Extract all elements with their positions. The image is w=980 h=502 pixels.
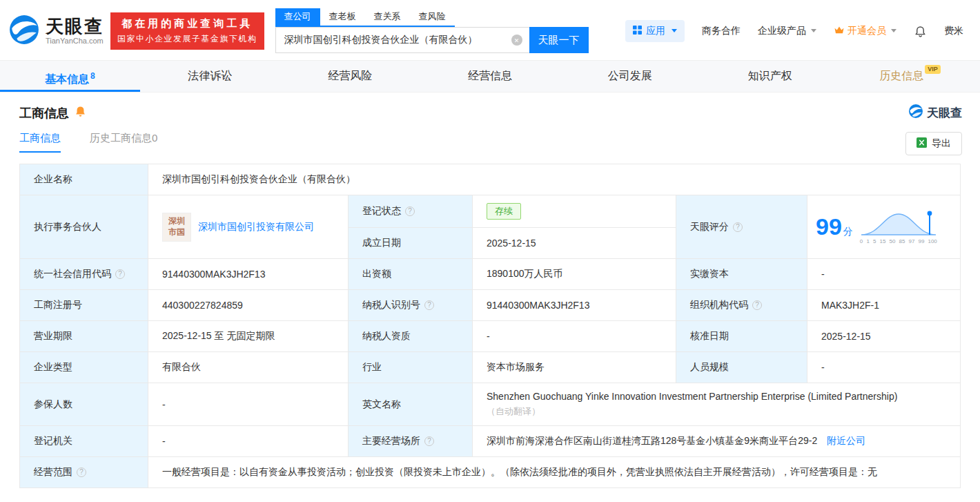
brand-swirl-icon <box>908 104 923 122</box>
apps-menu[interactable]: 应用 <box>625 20 685 42</box>
table-row: 统一社会信用代码 91440300MAK3JH2F13 出资额 1890100万… <box>20 259 961 290</box>
nearby-companies-link[interactable]: 附近公司 <box>827 435 865 446</box>
tab-company-development[interactable]: 公司发展 <box>560 61 700 92</box>
tab-history-info[interactable]: 历史信息VIP <box>840 61 980 92</box>
business-scope-label: 经营范围 <box>20 457 148 488</box>
tab-basic-info[interactable]: 基本信息8 <box>0 61 140 92</box>
crown-icon <box>834 26 845 37</box>
company-name-label: 企业名称 <box>20 164 148 195</box>
help-icon[interactable] <box>77 467 86 477</box>
business-address-value: 深圳市前海深港合作区南山街道桂湾五路128号基金小镇基金9米商业平台29-2 附… <box>473 426 961 457</box>
search-input[interactable] <box>275 27 529 53</box>
english-name-label: 英文名称 <box>349 383 473 426</box>
chevron-down-icon <box>811 29 816 32</box>
english-name-value: Shenzhen Guochuang Yinke Innovation Inve… <box>473 383 961 426</box>
auto-translate-note: （自动翻译） <box>487 405 950 418</box>
search-tab-boss[interactable]: 查老板 <box>320 8 365 26</box>
business-term-label: 营业期限 <box>20 321 148 352</box>
table-row: 参保人数 - 英文名称 Shenzhen Guochuang Yinke Inn… <box>20 383 961 426</box>
table-row: 企业名称 深圳市国创引科创投资合伙企业（有限合伙） <box>20 164 961 195</box>
section-title: 工商信息 <box>19 105 69 122</box>
table-row: 企业类型 有限合伙 行业 资本市场服务 人员规模 - <box>20 352 961 383</box>
help-icon[interactable] <box>115 269 125 279</box>
clear-search-icon[interactable] <box>511 35 522 46</box>
org-code-value: MAK3JH2F-1 <box>807 290 961 321</box>
help-icon[interactable] <box>424 436 434 446</box>
search-button[interactable]: 天眼一下 <box>529 27 589 53</box>
company-type-label: 企业类型 <box>20 352 148 383</box>
business-address-label: 主要经营场所 <box>349 426 473 457</box>
chevron-down-icon <box>891 29 896 32</box>
top-menu: 应用 商务合作 企业级产品 开通会员 <box>625 20 963 42</box>
menu-open-vip[interactable]: 开通会员 <box>834 25 896 37</box>
business-scope-value: 一般经营项目是：以自有资金从事投资活动；创业投资（限投资未上市企业）。（除依法须… <box>148 457 961 488</box>
section-header: 工商信息 天眼查 <box>0 93 980 125</box>
credit-code-label: 统一社会信用代码 <box>20 259 148 290</box>
industry-label: 行业 <box>349 352 473 383</box>
paid-capital-value: - <box>807 259 961 290</box>
table-row: 经营范围 一般经营项目是：以自有资金从事投资活动；创业投资（限投资未上市企业）。… <box>20 457 961 488</box>
taxpayer-quality-label: 纳税人资质 <box>349 321 473 352</box>
grid-icon <box>633 26 642 37</box>
approval-date-value: 2025-12-15 <box>807 321 961 352</box>
tab-intellectual-property[interactable]: 知识产权 <box>700 61 840 92</box>
capital-label: 出资额 <box>349 259 473 290</box>
subtab-history-business-info[interactable]: 历史工商信息0 <box>90 132 157 151</box>
registration-status-label: 登记状态 <box>349 195 473 228</box>
search-tab-relation[interactable]: 查关系 <box>365 8 410 26</box>
search-tab-risk[interactable]: 查风险 <box>410 8 455 26</box>
chevron-down-icon <box>672 29 677 32</box>
tianyancha-company-page: 天眼查 TianYanCha.com 都在用的商业查询工具 国家中小企业发展子基… <box>0 0 980 488</box>
vip-badge: VIP <box>925 65 941 74</box>
registration-number-value: 440300227824859 <box>148 290 349 321</box>
tyc-score-value: 99分 0151550859799100 <box>807 195 961 259</box>
user-name[interactable]: 费米 <box>944 25 963 37</box>
business-term-value: 2025-12-15 至 无固定期限 <box>148 321 349 352</box>
search-tab-company[interactable]: 查公司 <box>275 8 320 26</box>
partner-company-link[interactable]: 深圳市国创引投资有限公司 <box>198 221 314 233</box>
score-unit: 分 <box>843 226 853 237</box>
notifications-bell-icon[interactable] <box>914 24 927 37</box>
help-icon[interactable] <box>405 206 415 216</box>
company-detail-tabs: 基本信息8 法律诉讼 经营风险 经营信息 公司发展 知识产权 历史信息VIP <box>0 60 980 93</box>
industry-value: 资本市场服务 <box>473 352 676 383</box>
insured-count-value: - <box>148 383 349 426</box>
org-code-label: 组织机构代码 <box>676 290 807 321</box>
menu-cooperation[interactable]: 商务合作 <box>702 25 741 37</box>
established-date-value: 2025-12-15 <box>473 228 676 259</box>
brand-name: 天眼查 <box>46 17 104 37</box>
menu-enterprise-products[interactable]: 企业级产品 <box>758 25 816 37</box>
tab-operating-info[interactable]: 经营信息 <box>420 61 560 92</box>
taxpayer-id-label: 纳税人识别号 <box>349 290 473 321</box>
score-number: 99 <box>816 213 842 240</box>
help-icon[interactable] <box>733 222 743 232</box>
tab-count-badge: 8 <box>90 71 95 81</box>
credit-code-value: 91440300MAK3JH2F13 <box>148 259 349 290</box>
taxpayer-quality-value: - <box>473 321 676 352</box>
status-badge: 存续 <box>487 203 521 220</box>
table-row: 登记机关 - 主要经营场所 深圳市前海深港合作区南山街道桂湾五路128号基金小镇… <box>20 426 961 457</box>
help-icon[interactable] <box>752 300 762 310</box>
export-button[interactable]: 导出 <box>905 132 962 155</box>
help-icon[interactable] <box>424 300 434 310</box>
search-area: 查公司 查老板 查关系 查风险 天眼一下 <box>275 8 589 53</box>
executive-partner-label: 执行事务合伙人 <box>20 195 148 259</box>
insured-count-label: 参保人数 <box>20 383 148 426</box>
subtab-row: 工商信息 历史工商信息0 导出 <box>0 125 980 162</box>
search-type-tabs: 查公司 查老板 查关系 查风险 <box>275 8 455 27</box>
brand-swirl-icon <box>8 14 40 48</box>
staff-size-value: - <box>807 352 961 383</box>
approval-date-label: 核准日期 <box>676 321 807 352</box>
score-distribution-chart: 0151550859799100 <box>860 210 937 244</box>
business-info-table: 企业名称 深圳市国创引科创投资合伙企业（有限合伙） 执行事务合伙人 深圳 市国 … <box>19 164 961 488</box>
brand-slogan: 都在用的商业查询工具 国家中小企业发展子基金旗下机构 <box>110 12 264 50</box>
company-name-value: 深圳市国创引科创投资合伙企业（有限合伙） <box>148 164 961 195</box>
tab-legal-litigation[interactable]: 法律诉讼 <box>140 61 280 92</box>
subtab-business-info[interactable]: 工商信息 <box>19 132 61 153</box>
registration-authority-label: 登记机关 <box>20 426 148 457</box>
registration-number-label: 工商注册号 <box>20 290 148 321</box>
tab-operating-risk[interactable]: 经营风险 <box>280 61 420 92</box>
score-axis-labels: 0151550859799100 <box>860 238 937 244</box>
tianyancha-logo[interactable]: 天眼查 TianYanCha.com <box>8 14 104 48</box>
subscribe-bell-icon[interactable] <box>75 106 86 120</box>
